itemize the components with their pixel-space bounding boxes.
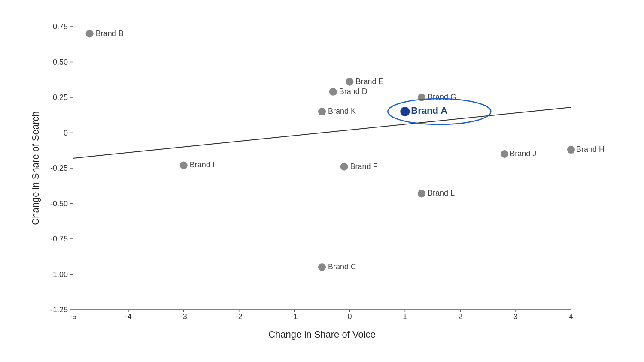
svg-point-51 <box>346 78 353 86</box>
svg-text:-3: -3 <box>180 312 187 321</box>
svg-text:-2: -2 <box>236 312 243 321</box>
chart-container: -5-4-3-2-101234-1.25-1.00-0.75-0.50-0.25… <box>21 9 623 353</box>
svg-text:1: 1 <box>403 312 407 321</box>
svg-text:Brand J: Brand J <box>510 149 536 158</box>
svg-text:-0.50: -0.50 <box>50 199 68 208</box>
svg-point-59 <box>180 161 188 169</box>
svg-text:Brand G: Brand G <box>428 93 456 101</box>
svg-point-63 <box>318 108 326 115</box>
svg-text:Brand K: Brand K <box>328 107 356 115</box>
svg-text:-0.75: -0.75 <box>50 235 68 243</box>
svg-point-43 <box>401 107 409 116</box>
svg-text:Brand F: Brand F <box>350 162 378 171</box>
svg-text:-4: -4 <box>125 312 132 321</box>
svg-text:Brand A: Brand A <box>411 105 447 116</box>
svg-point-49 <box>329 88 337 96</box>
svg-text:0.25: 0.25 <box>53 93 68 102</box>
svg-text:-5: -5 <box>70 312 76 321</box>
svg-text:Brand C: Brand C <box>328 262 356 271</box>
svg-text:Brand L: Brand L <box>428 189 455 197</box>
svg-text:2: 2 <box>458 312 462 321</box>
svg-text:Change in Share of Voice: Change in Share of Voice <box>268 329 376 340</box>
svg-point-57 <box>567 146 575 154</box>
svg-text:3: 3 <box>513 312 518 321</box>
svg-text:Brand B: Brand B <box>96 29 124 38</box>
svg-text:-0.25: -0.25 <box>50 164 68 172</box>
svg-text:Brand D: Brand D <box>339 87 368 96</box>
svg-point-47 <box>318 263 326 271</box>
svg-text:-1: -1 <box>291 312 298 321</box>
svg-text:0.50: 0.50 <box>53 58 68 66</box>
svg-text:0: 0 <box>347 312 352 321</box>
svg-point-65 <box>418 190 425 197</box>
svg-text:-1.00: -1.00 <box>50 270 68 279</box>
svg-text:Brand E: Brand E <box>355 77 383 86</box>
svg-text:-1.25: -1.25 <box>50 305 68 314</box>
svg-text:Change in Share of Search: Change in Share of Search <box>30 111 41 225</box>
svg-point-61 <box>501 150 508 158</box>
svg-point-53 <box>340 163 348 171</box>
svg-text:0.75: 0.75 <box>53 22 68 31</box>
svg-text:Brand I: Brand I <box>190 160 215 169</box>
svg-text:Brand H: Brand H <box>576 145 605 154</box>
svg-point-45 <box>86 30 94 38</box>
svg-text:0: 0 <box>64 129 68 137</box>
svg-text:4: 4 <box>569 312 573 321</box>
